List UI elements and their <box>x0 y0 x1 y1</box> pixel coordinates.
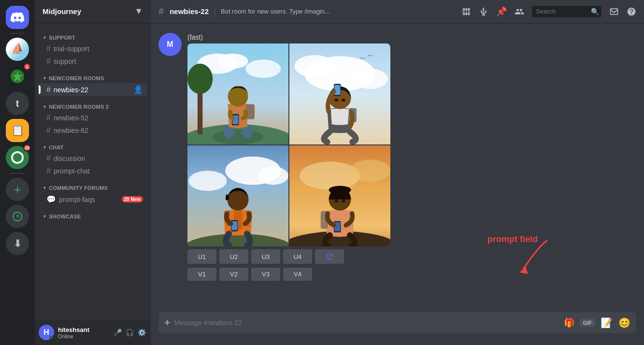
channel-prompt-chat[interactable]: # prompt-chat <box>39 165 147 177</box>
category-community-forums[interactable]: ▼ COMMUNITY FORUMS <box>35 177 151 193</box>
mute-mic-button[interactable]: 🎤 <box>113 328 123 337</box>
message-avatar: M <box>158 33 182 56</box>
server-icon-bluegreen[interactable]: 20 <box>6 146 29 169</box>
svg-point-27 <box>258 167 288 185</box>
category-newcomer-rooms-2[interactable]: ▼ NEWCOMER ROOMS 2 <box>35 96 151 112</box>
server-dropdown[interactable]: ▼ <box>134 6 143 16</box>
collapse-arrow-chat: ▼ <box>43 145 47 150</box>
category-support[interactable]: ▼ SUPPORT <box>35 27 151 43</box>
svg-point-18 <box>353 69 388 89</box>
messages-area[interactable]: M (fast) <box>151 23 644 312</box>
category-showcase[interactable]: ▼ SHOWCASE <box>35 206 151 221</box>
svg-point-6 <box>245 59 281 78</box>
channel-header: # newbies-22 Bot room for new users. Typ… <box>151 0 644 23</box>
search-icon: 🔍 <box>591 8 599 15</box>
add-member-icon[interactable]: 👤 <box>133 85 143 94</box>
server-icon-starburst[interactable]: 1 <box>6 65 29 88</box>
mute-channel-icon[interactable] <box>479 7 488 16</box>
members-icon[interactable] <box>515 7 524 16</box>
input-action-icons: 🎁 GIF 📝 😊 <box>564 317 630 329</box>
u4-button[interactable]: U4 <box>283 249 312 264</box>
channel-newbies-52[interactable]: # newbies-52 <box>39 112 147 124</box>
sidebar: Midjourney ▼ ▼ SUPPORT # trial-support #… <box>35 0 151 345</box>
collapse-arrow-newcomer: ▼ <box>43 76 47 81</box>
channel-hash-header: # <box>158 6 164 17</box>
search-input[interactable] <box>536 8 589 15</box>
svg-point-42 <box>335 200 338 202</box>
discover-button[interactable] <box>6 205 29 228</box>
channel-prompt-faqs[interactable]: 💬 prompt-faqs 20 New <box>39 193 147 206</box>
gif-button[interactable]: GIF <box>580 319 595 327</box>
user-panel: H hiteshsant Online 🎤 🎧 ⚙️ <box>35 320 151 345</box>
action-buttons-row2: V1 V2 V3 V4 <box>187 265 390 282</box>
u3-button[interactable]: U3 <box>251 249 280 264</box>
image-grid <box>187 43 390 246</box>
svg-point-21 <box>334 99 338 101</box>
user-info: hiteshsant Online <box>58 326 109 339</box>
hash-icon: # <box>46 57 51 66</box>
svg-point-5 <box>218 54 248 69</box>
category-newcomer-rooms[interactable]: ▼ NEWCOMER ROOMS <box>35 68 151 83</box>
channels-icon[interactable] <box>461 7 471 16</box>
image-cell-1 <box>187 43 288 144</box>
settings-button[interactable]: ⚙️ <box>137 328 147 337</box>
server-icon-t[interactable]: t <box>6 92 29 115</box>
hash-icon-discussion: # <box>46 154 51 163</box>
channel-newbies-22[interactable]: # newbies-22 👤 <box>39 83 147 96</box>
v4-button[interactable]: V4 <box>283 268 312 281</box>
server-bar: ⛵ 1 t 📋 20 + ⬇ <box>0 0 35 345</box>
svg-point-10 <box>213 129 263 144</box>
v3-button[interactable]: V3 <box>251 268 280 281</box>
collapse-arrow-showcase: ▼ <box>43 214 47 219</box>
svg-point-22 <box>342 99 345 101</box>
gift-icon[interactable]: 🎁 <box>564 317 574 328</box>
svg-point-9 <box>187 64 213 94</box>
message-row: M (fast) <box>158 33 636 282</box>
u1-button[interactable]: U1 <box>187 249 216 264</box>
svg-point-17 <box>294 55 335 77</box>
collapse-arrow-newcomer2: ▼ <box>43 104 47 109</box>
refresh-button[interactable] <box>315 249 344 264</box>
v2-button[interactable]: V2 <box>219 268 248 281</box>
message-body: (fast) <box>187 33 390 282</box>
channel-discussion[interactable]: # discussion <box>39 152 147 165</box>
online-indicator <box>50 336 54 340</box>
v1-button[interactable]: V1 <box>187 268 216 281</box>
pin-icon[interactable]: 📌 <box>496 6 507 17</box>
u2-button[interactable]: U2 <box>219 249 248 264</box>
server-icon-discord[interactable] <box>6 6 29 29</box>
sidebar-header: Midjourney ▼ <box>35 0 151 23</box>
svg-point-37 <box>350 159 390 182</box>
channel-trial-support[interactable]: # trial-support <box>39 43 147 55</box>
message-input[interactable] <box>174 319 560 327</box>
server-divider <box>10 33 25 34</box>
server-badge-1: 1 <box>23 63 31 71</box>
category-chat[interactable]: ▼ CHAT <box>35 137 151 152</box>
inbox-icon[interactable] <box>609 7 619 16</box>
add-attachment-button[interactable]: + <box>164 316 171 329</box>
help-icon[interactable] <box>627 7 636 16</box>
header-icons: 📌 🔍 <box>461 6 636 17</box>
image-cell-3 <box>187 145 288 246</box>
header-divider <box>215 7 215 16</box>
emoji-button[interactable]: 😊 <box>618 317 630 329</box>
svg-point-43 <box>342 200 345 202</box>
action-buttons-row1: U1 U2 U3 U4 <box>187 246 390 265</box>
collapse-arrow-forums: ▼ <box>43 186 47 190</box>
search-bar[interactable]: 🔍 <box>532 6 601 17</box>
sticker-icon[interactable]: 📝 <box>601 317 613 329</box>
deafen-button[interactable]: 🎧 <box>125 328 135 337</box>
image-cell-2 <box>289 43 390 144</box>
message-input-box: + 🎁 GIF 📝 😊 <box>158 312 636 333</box>
channel-support[interactable]: # support <box>39 55 147 68</box>
download-button[interactable]: ⬇ <box>6 232 29 255</box>
hash-icon: # <box>46 44 51 53</box>
server-icon-yellow[interactable]: 📋 <box>6 119 29 142</box>
server-icon-sailboat[interactable]: ⛵ <box>6 38 29 61</box>
add-server-button[interactable]: + <box>6 178 29 201</box>
svg-point-41 <box>329 186 351 194</box>
channel-topic: Bot room for new users. Type /imagin... <box>221 8 456 15</box>
user-avatar: H <box>39 325 54 340</box>
message-container: M (fast) <box>151 31 644 284</box>
channel-newbies-82[interactable]: # newbies-82 <box>39 124 147 137</box>
